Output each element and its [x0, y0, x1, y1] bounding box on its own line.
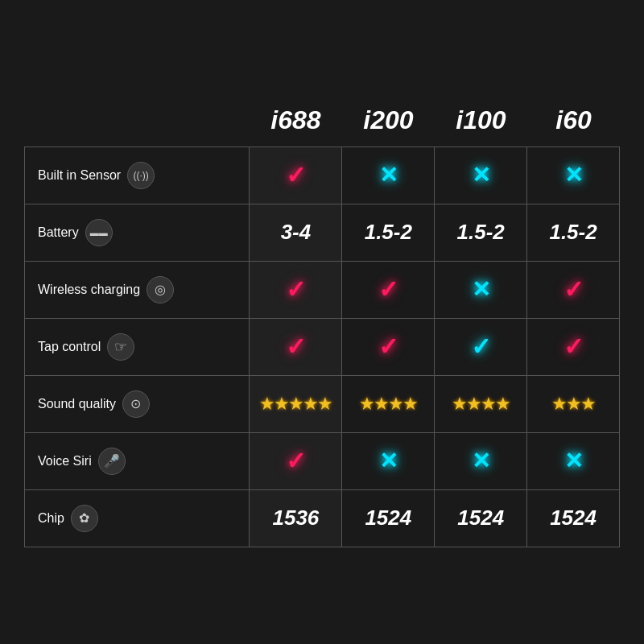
label-cell-3: Tap control☞: [25, 318, 250, 375]
cell-row0-col1: ✓: [250, 147, 342, 204]
table-row: Battery▬▬3-41.5-21.5-21.5-2: [25, 204, 620, 261]
check-icon: ✓: [378, 333, 398, 360]
cross-icon: ✕: [472, 277, 490, 302]
cross-icon: ✕: [379, 448, 398, 473]
value-text: 1524: [550, 506, 597, 530]
cell-row0-col3: ✕: [435, 147, 527, 204]
value-text: 1.5-2: [365, 220, 412, 244]
cell-row3-col4: ✓: [527, 318, 620, 375]
cell-row0-col4: ✕: [527, 147, 620, 204]
row-icon: ◎: [147, 276, 174, 303]
row-label: Voice Siri: [38, 454, 92, 469]
table-row: Built in Sensor((·))✓✕✕✕: [25, 147, 620, 204]
stars-rating: ★★★: [551, 394, 595, 414]
cell-row6-col1: 1536: [250, 489, 342, 547]
row-label: Wireless charging: [38, 283, 140, 297]
cell-row4-col4: ★★★: [527, 375, 620, 432]
label-cell-5: Voice Siri🎤: [25, 432, 250, 489]
cell-row2-col2: ✓: [342, 261, 435, 318]
check-icon: ✓: [286, 162, 306, 188]
row-label: Battery: [38, 225, 79, 240]
cross-icon: ✕: [379, 163, 398, 188]
cell-row1-col4: 1.5-2: [527, 204, 620, 261]
cross-icon: ✕: [472, 448, 490, 473]
table-row: Sound quality⊙★★★★★★★★★★★★★★★★: [25, 375, 620, 432]
check-icon: ✓: [564, 276, 584, 303]
cell-row0-col2: ✕: [342, 147, 435, 204]
cell-row4-col3: ★★★★: [435, 375, 527, 432]
label-cell-6: Chip✿: [25, 489, 250, 547]
cell-row6-col2: 1524: [342, 489, 435, 547]
header-i100: i100: [435, 97, 527, 143]
check-icon: ✓: [471, 333, 491, 360]
check-icon: ✓: [286, 448, 306, 474]
cell-row1-col1: 3-4: [250, 204, 342, 261]
value-text: 1.5-2: [457, 220, 505, 244]
row-label: Built in Sensor: [38, 168, 121, 183]
label-cell-4: Sound quality⊙: [25, 375, 250, 432]
cell-row6-col4: 1524: [527, 489, 620, 547]
cell-row4-col1: ★★★★★: [250, 375, 342, 432]
cell-row3-col1: ✓: [250, 318, 342, 375]
check-icon: ✓: [564, 333, 584, 360]
row-icon: ▬▬: [85, 219, 113, 246]
cell-row5-col3: ✕: [435, 432, 527, 489]
cell-row2-col3: ✕: [435, 261, 527, 318]
cell-row6-col3: 1524: [435, 489, 527, 547]
label-cell-1: Battery▬▬: [25, 204, 250, 261]
label-cell-0: Built in Sensor((·)): [25, 147, 250, 204]
cell-row2-col1: ✓: [250, 261, 342, 318]
cell-row1-col2: 1.5-2: [342, 204, 435, 261]
stars-rating: ★★★★: [359, 394, 417, 414]
header-i688: i688: [250, 97, 342, 143]
value-text: 3-4: [281, 220, 312, 244]
value-text: 1524: [457, 506, 504, 530]
check-icon: ✓: [378, 276, 398, 303]
value-text: 1536: [272, 506, 319, 530]
row-label: Chip: [38, 511, 64, 526]
check-icon: ✓: [286, 333, 306, 360]
check-icon: ✓: [286, 276, 306, 303]
cell-row3-col2: ✓: [342, 318, 435, 375]
cell-row3-col3: ✓: [435, 318, 527, 375]
cell-row5-col2: ✕: [342, 432, 435, 489]
value-text: 1524: [365, 506, 411, 530]
row-icon: ((·)): [127, 162, 155, 189]
cell-row5-col1: ✓: [250, 432, 342, 489]
row-icon: ☞: [107, 333, 134, 361]
table-row: Chip✿1536152415241524: [25, 489, 620, 547]
cell-row2-col4: ✓: [527, 261, 620, 318]
cross-icon: ✕: [564, 163, 583, 188]
value-text: 1.5-2: [549, 220, 597, 244]
table-row: Wireless charging◎✓✓✕✓: [25, 261, 620, 318]
comparison-table: Built in Sensor((·))✓✕✕✕Battery▬▬3-41.5-…: [24, 147, 620, 547]
row-icon: ✿: [71, 505, 98, 532]
stars-rating: ★★★★★: [259, 394, 332, 414]
row-label: Sound quality: [38, 397, 116, 411]
cell-row1-col3: 1.5-2: [435, 204, 527, 261]
label-cell-2: Wireless charging◎: [25, 261, 250, 318]
cross-icon: ✕: [564, 448, 583, 473]
stars-rating: ★★★★: [452, 394, 510, 414]
header-row: i688 i200 i100 i60: [24, 97, 620, 143]
row-label: Tap control: [38, 340, 101, 354]
cross-icon: ✕: [472, 163, 490, 188]
table-row: Voice Siri🎤✓✕✕✕: [25, 432, 620, 489]
comparison-container: i688 i200 i100 i60 Built in Sensor((·))✓…: [24, 97, 620, 547]
row-icon: 🎤: [98, 448, 126, 475]
cell-row4-col2: ★★★★: [342, 375, 435, 432]
header-i200: i200: [342, 97, 435, 143]
row-icon: ⊙: [122, 390, 150, 418]
table-row: Tap control☞✓✓✓✓: [25, 318, 620, 375]
header-i60: i60: [527, 97, 620, 143]
cell-row5-col4: ✕: [527, 432, 620, 489]
